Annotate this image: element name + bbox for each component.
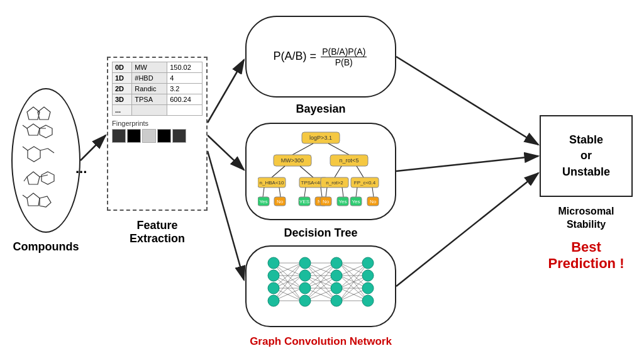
svg-line-25 — [23, 195, 27, 198]
svg-line-65 — [372, 187, 374, 197]
svg-text:No: No — [277, 199, 284, 204]
svg-point-124 — [299, 282, 311, 294]
svg-text:n_rot<5: n_rot<5 — [340, 157, 359, 164]
svg-line-37 — [357, 166, 364, 177]
fp-cell-5 — [172, 129, 186, 143]
svg-line-14 — [23, 125, 27, 128]
svg-text:n_rot>2: n_rot>2 — [326, 180, 343, 186]
svg-text:Yes: Yes — [352, 199, 360, 204]
svg-text:No: No — [370, 199, 377, 204]
svg-marker-15 — [28, 147, 40, 162]
fp-cell-1 — [112, 129, 126, 143]
svg-text:MW>300: MW>300 — [281, 157, 304, 164]
table-row: 1D #HBD 4 — [113, 73, 203, 84]
fp-cell-3 — [142, 129, 156, 143]
svg-marker-19 — [27, 172, 40, 184]
svg-point-132 — [362, 282, 374, 294]
svg-text:Yes: Yes — [259, 199, 267, 204]
svg-point-128 — [331, 282, 342, 294]
svg-point-133 — [362, 295, 374, 306]
svg-line-3 — [208, 135, 244, 170]
table-row: ... — [113, 105, 203, 116]
feature-extraction-label: FeatureExtraction — [107, 219, 208, 245]
bayesian-box: P(A/B) = P(B/A)P(A) P(B) — [245, 16, 396, 98]
svg-line-2 — [208, 60, 244, 123]
svg-line-64 — [356, 187, 357, 197]
svg-point-126 — [331, 257, 342, 269]
svg-marker-23 — [27, 193, 40, 206]
svg-text:No: No — [323, 199, 330, 204]
decision-tree-svg: logP>3.1 MW>300 n_rot<5 n_HBA<10 TPSA<40… — [258, 131, 384, 213]
svg-point-118 — [268, 257, 279, 269]
svg-line-20 — [40, 175, 48, 177]
svg-marker-21 — [42, 172, 54, 184]
gcn-network-svg — [258, 252, 384, 321]
svg-point-120 — [268, 282, 279, 294]
svg-point-127 — [331, 270, 342, 281]
fingerprint-grid — [112, 129, 203, 143]
svg-line-16 — [40, 148, 48, 150]
svg-marker-24 — [40, 196, 51, 207]
svg-line-18 — [23, 147, 28, 150]
feature-extraction-box: 0D MW 150.02 1D #HBD 4 2D Randic 3.2 3D … — [107, 57, 208, 211]
svg-line-53 — [321, 187, 322, 197]
table-row: 2D Randic 3.2 — [113, 84, 203, 94]
svg-point-122 — [299, 257, 311, 269]
fp-cell-2 — [127, 129, 141, 143]
gcn-label: Graph Convolution Network — [239, 335, 402, 348]
svg-point-125 — [299, 295, 311, 306]
svg-line-46 — [263, 187, 264, 197]
svg-point-129 — [331, 295, 342, 306]
svg-point-131 — [362, 270, 374, 281]
svg-text:YES: YES — [299, 199, 309, 204]
dots-label: ... — [75, 160, 87, 177]
output-label: MicrosomalStability — [533, 205, 639, 232]
svg-marker-13 — [40, 125, 52, 138]
table-row: 3D TPSA 600.24 — [113, 94, 203, 105]
compounds-oval — [11, 88, 80, 233]
svg-line-58 — [326, 187, 327, 197]
svg-line-5 — [396, 57, 538, 145]
svg-text:n_HBA<10: n_HBA<10 — [260, 180, 284, 186]
output-text: StableorUnstable — [562, 132, 610, 180]
svg-line-22 — [24, 177, 27, 181]
svg-point-130 — [362, 257, 374, 269]
svg-line-35 — [300, 166, 313, 177]
decision-tree-label: Decision Tree — [245, 227, 396, 240]
output-box: StableorUnstable — [540, 115, 633, 197]
table-row: 0D MW 150.02 — [113, 62, 203, 73]
svg-line-17 — [48, 148, 54, 153]
best-prediction-label: BestPrediction ! — [533, 239, 639, 272]
svg-line-34 — [272, 166, 285, 177]
diagram-container: Compounds ... 0D MW 150.02 1D #HBD 4 2D … — [0, 0, 644, 358]
svg-point-123 — [299, 270, 311, 281]
bayesian-label: Bayesian — [245, 103, 396, 116]
svg-line-1 — [80, 135, 106, 160]
fp-cell-4 — [157, 129, 171, 143]
feature-table: 0D MW 150.02 1D #HBD 4 2D Randic 3.2 3D … — [112, 62, 203, 116]
svg-line-36 — [335, 166, 341, 177]
svg-text:logP>3.1: logP>3.1 — [309, 135, 332, 141]
bayesian-formula: P(A/B) = P(B/A)P(A) P(B) — [274, 47, 369, 67]
svg-point-119 — [268, 270, 279, 281]
svg-line-6 — [396, 156, 538, 171]
svg-line-4 — [208, 151, 244, 280]
svg-line-59 — [342, 187, 343, 197]
svg-marker-11 — [27, 124, 40, 135]
svg-line-47 — [279, 187, 280, 197]
fingerprints-label: Fingerprints — [112, 120, 203, 127]
svg-text:FP_c<0.4: FP_c<0.4 — [354, 180, 376, 186]
svg-line-7 — [396, 173, 538, 286]
svg-line-28 — [292, 143, 313, 155]
decision-tree-box: logP>3.1 MW>300 n_rot<5 n_HBA<10 TPSA<40… — [245, 123, 396, 220]
svg-line-29 — [328, 143, 349, 155]
svg-line-52 — [304, 187, 306, 197]
compounds-label: Compounds — [11, 240, 80, 254]
gcn-box — [245, 245, 396, 327]
svg-text:Yes: Yes — [338, 199, 347, 204]
svg-point-121 — [268, 295, 279, 306]
